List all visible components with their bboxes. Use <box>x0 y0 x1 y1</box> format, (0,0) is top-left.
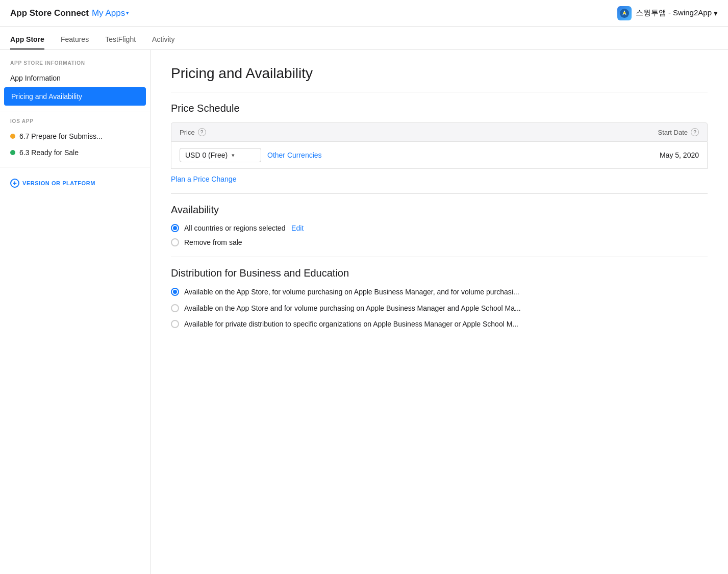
availability-option-all-countries[interactable]: All countries or regions selected Edit <box>171 224 708 232</box>
price-dropdown[interactable]: USD 0 (Free) ▾ <box>180 148 261 162</box>
sidebar-item-version-6-3[interactable]: 6.3 Ready for Sale <box>0 144 150 161</box>
version-status-dot-yellow <box>10 134 15 139</box>
tab-testflight[interactable]: TestFlight <box>105 27 136 49</box>
app-switcher[interactable]: 스윙투앱 - Swing2App ▾ <box>617 6 718 20</box>
app-name-label: 스윙투앱 - Swing2App ▾ <box>636 8 718 18</box>
radio-all-countries-icon <box>171 224 179 232</box>
availability-radio-group: All countries or regions selected Edit R… <box>171 224 708 246</box>
other-currencies-link[interactable]: Other Currencies <box>267 151 322 159</box>
sidebar-item-app-information[interactable]: App Information <box>0 70 150 86</box>
edit-countries-link[interactable]: Edit <box>291 224 304 232</box>
main-layout: APP STORE INFORMATION App Information Pr… <box>0 50 728 574</box>
sidebar-item-version-6-7[interactable]: 6.7 Prepare for Submiss... <box>0 128 150 144</box>
price-table-header: Price ? Start Date ? <box>171 122 708 142</box>
top-bar-left: App Store Connect My Apps ▾ <box>10 8 129 18</box>
app-switcher-chevron-icon: ▾ <box>714 9 718 18</box>
tab-features[interactable]: Features <box>61 27 89 49</box>
distribution-section-title: Distribution for Business and Education <box>171 267 708 279</box>
app-store-connect-title: App Store Connect <box>10 8 89 18</box>
svg-point-1 <box>623 12 625 14</box>
my-apps-link[interactable]: My Apps ▾ <box>92 8 129 18</box>
sidebar-divider-2 <box>0 167 150 167</box>
version-status-dot-green <box>10 150 15 155</box>
start-date-help-icon[interactable]: ? <box>691 128 699 136</box>
plan-price-change-link[interactable]: Plan a Price Change <box>171 175 236 183</box>
sidebar-section-ios-app: IOS APP <box>0 118 150 128</box>
availability-option-remove-from-sale[interactable]: Remove from sale <box>171 238 708 246</box>
radio-distribution-1-icon <box>171 288 179 296</box>
distribution-option-2[interactable]: Available on the App Store and for volum… <box>171 304 708 314</box>
price-select-row: USD 0 (Free) ▾ Other Currencies <box>180 148 322 162</box>
price-column-header: Price ? <box>180 128 206 136</box>
sidebar-section-app-store-info: APP STORE INFORMATION <box>0 60 150 70</box>
content-divider-2 <box>171 193 708 194</box>
content-area: Pricing and Availability Price Schedule … <box>150 50 728 574</box>
plus-circle-icon: + <box>10 179 19 188</box>
tab-bar: App Store Features TestFlight Activity <box>0 27 728 50</box>
distribution-radio-group: Available on the App Store, for volume p… <box>171 287 708 330</box>
radio-remove-from-sale-icon <box>171 238 179 246</box>
price-table-row: USD 0 (Free) ▾ Other Currencies May 5, 2… <box>171 142 708 169</box>
start-date-value: May 5, 2020 <box>660 151 699 159</box>
dropdown-chevron-icon: ▾ <box>232 152 235 159</box>
distribution-option-3[interactable]: Available for private distribution to sp… <box>171 319 708 330</box>
top-bar: App Store Connect My Apps ▾ 스윙투앱 - Swing… <box>0 0 728 27</box>
content-divider-1 <box>171 92 708 92</box>
start-date-column-header: Start Date ? <box>658 128 699 136</box>
sidebar-item-pricing-and-availability[interactable]: Pricing and Availability <box>4 87 146 106</box>
tab-activity[interactable]: Activity <box>152 27 174 49</box>
distribution-option-1[interactable]: Available on the App Store, for volume p… <box>171 287 708 297</box>
page-title: Pricing and Availability <box>171 65 708 82</box>
sidebar-divider <box>0 112 150 112</box>
app-icon <box>617 6 632 20</box>
price-schedule-section-title: Price Schedule <box>171 103 708 114</box>
add-version-or-platform-button[interactable]: + VERSION OR PLATFORM <box>0 173 150 193</box>
content-divider-3 <box>171 257 708 257</box>
availability-section-title: Availability <box>171 204 708 216</box>
radio-distribution-3-icon <box>171 320 179 328</box>
radio-distribution-2-icon <box>171 304 179 312</box>
tab-app-store[interactable]: App Store <box>10 27 44 49</box>
sidebar: APP STORE INFORMATION App Information Pr… <box>0 50 150 574</box>
price-help-icon[interactable]: ? <box>198 128 206 136</box>
my-apps-chevron-icon: ▾ <box>126 10 129 16</box>
